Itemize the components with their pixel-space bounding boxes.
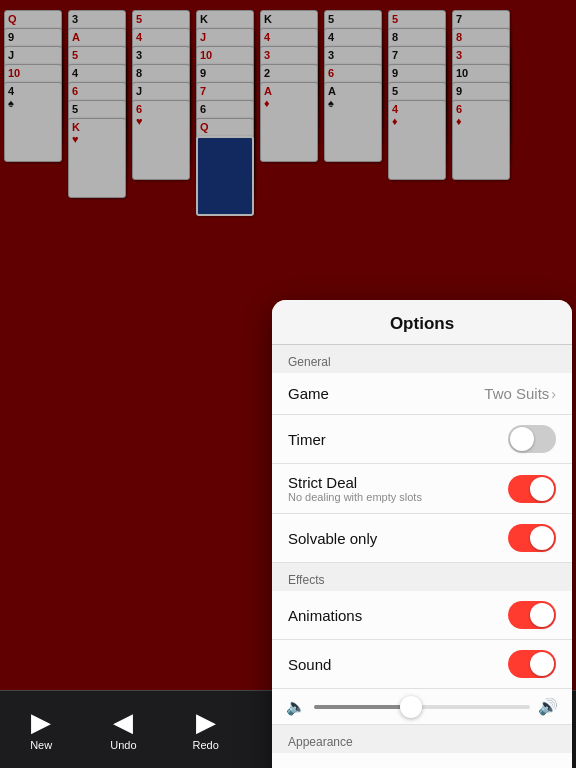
game-chevron: › [551,386,556,402]
volume-slider-fill [314,705,411,709]
solvable-only-label: Solvable only [288,530,377,547]
game-area: Q♥ 9♠ J♣ 10♥ 4♠ 3♣ A♥ 5♥ 4♠ 6♦ 5♣ K♥ 5♥ … [0,0,576,690]
toolbar-redo[interactable]: ▶ Redo [165,709,247,751]
solvable-only-toggle[interactable] [508,524,556,552]
strict-deal-label: Strict Deal [288,474,422,491]
timer-row: Timer [272,415,572,464]
section-appearance: Appearance [272,725,572,753]
options-panel: Options General Game Two Suits › Timer S… [272,300,572,768]
animations-row: Animations [272,591,572,640]
game-row[interactable]: Game Two Suits › [272,373,572,415]
redo-label: Redo [193,739,219,751]
options-title: Options [272,300,572,345]
timer-toggle[interactable] [508,425,556,453]
solvable-only-row: Solvable only [272,514,572,563]
animations-label: Animations [288,607,362,624]
game-value[interactable]: Two Suits › [484,385,556,402]
new-label: New [30,739,52,751]
undo-icon: ◀ [113,709,133,735]
strict-deal-label-wrap: Strict Deal No dealing with empty slots [288,474,422,503]
strict-deal-toggle[interactable] [508,475,556,503]
show-status-bar-row[interactable]: Show status bar Never › [272,753,572,768]
undo-label: Undo [110,739,136,751]
volume-row[interactable]: 🔈 🔊 [272,689,572,725]
sound-toggle[interactable] [508,650,556,678]
redo-icon: ▶ [196,709,216,735]
toolbar-new[interactable]: ▶ New [0,709,82,751]
volume-slider-track[interactable] [314,705,530,709]
strict-deal-row: Strict Deal No dealing with empty slots [272,464,572,514]
volume-low-icon: 🔈 [286,697,306,716]
sound-row: Sound [272,640,572,689]
strict-deal-sublabel: No dealing with empty slots [288,491,422,503]
timer-label: Timer [288,431,326,448]
toolbar-undo[interactable]: ◀ Undo [82,709,164,751]
animations-toggle[interactable] [508,601,556,629]
game-label: Game [288,385,329,402]
volume-slider-thumb[interactable] [400,696,422,718]
section-effects: Effects [272,563,572,591]
new-icon: ▶ [31,709,51,735]
section-general: General [272,345,572,373]
volume-high-icon: 🔊 [538,697,558,716]
sound-label: Sound [288,656,331,673]
